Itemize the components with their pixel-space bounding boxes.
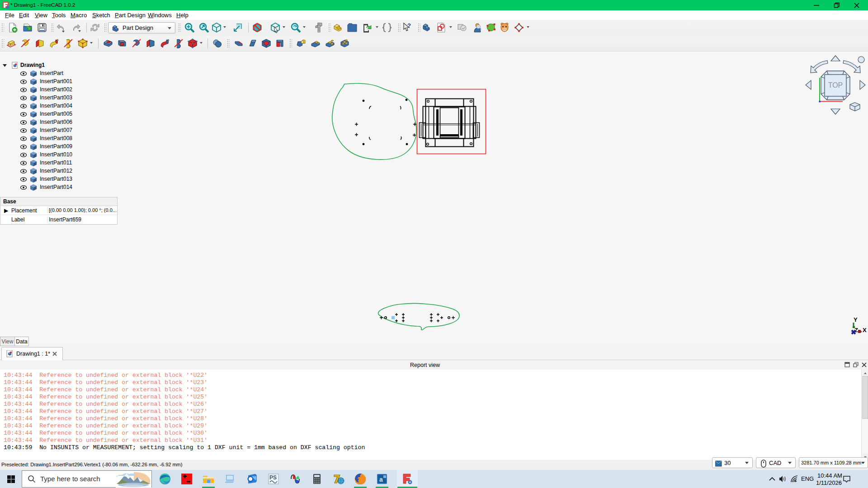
svg-text:PS: PS (269, 474, 277, 481)
svg-text:?: ? (407, 22, 411, 29)
svg-text:Y: Y (854, 316, 858, 323)
svg-text:a: a (379, 476, 383, 483)
svg-text:TOP: TOP (828, 81, 843, 89)
svg-text:X: X (863, 327, 867, 333)
